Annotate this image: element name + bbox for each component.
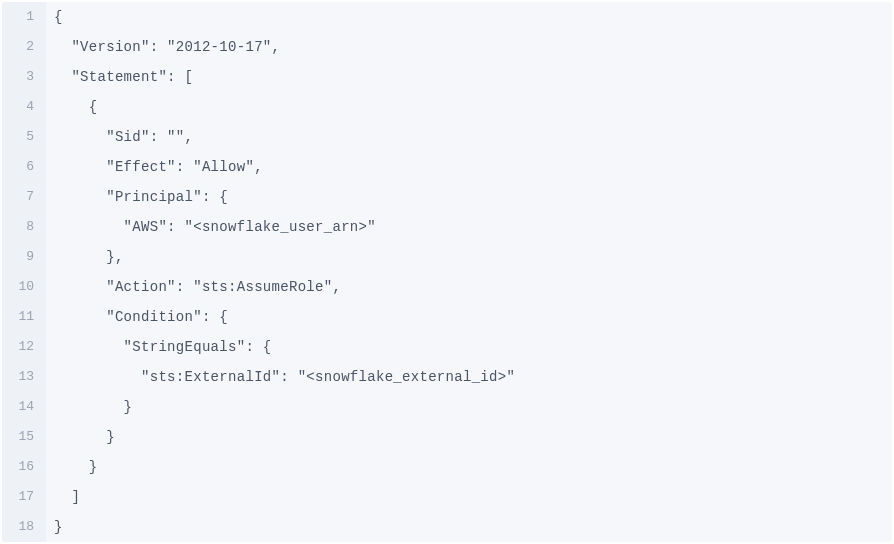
code-line: 4 { (2, 92, 892, 122)
code-block: 1 { 2 "Version": "2012-10-17", 3 "Statem… (2, 2, 892, 542)
line-number: 5 (2, 122, 46, 152)
code-line: 6 "Effect": "Allow", (2, 152, 892, 182)
code-line: 10 "Action": "sts:AssumeRole", (2, 272, 892, 302)
code-line: 12 "StringEquals": { (2, 332, 892, 362)
line-number: 2 (2, 32, 46, 62)
line-content: ] (46, 482, 80, 512)
line-content: } (46, 392, 132, 422)
code-line: 1 { (2, 2, 892, 32)
line-content: { (46, 2, 63, 32)
line-content: { (46, 92, 98, 122)
line-number: 12 (2, 332, 46, 362)
line-content: "Effect": "Allow", (46, 152, 263, 182)
line-content: "Sid": "", (46, 122, 193, 152)
line-number: 18 (2, 512, 46, 542)
code-line: 7 "Principal": { (2, 182, 892, 212)
line-content: } (46, 422, 115, 452)
line-number: 8 (2, 212, 46, 242)
line-number: 3 (2, 62, 46, 92)
line-number: 17 (2, 482, 46, 512)
line-number: 9 (2, 242, 46, 272)
line-content: "sts:ExternalId": "<snowflake_external_i… (46, 362, 515, 392)
line-content: } (46, 452, 98, 482)
line-number: 6 (2, 152, 46, 182)
line-number: 4 (2, 92, 46, 122)
code-line: 11 "Condition": { (2, 302, 892, 332)
line-number: 14 (2, 392, 46, 422)
code-line: 3 "Statement": [ (2, 62, 892, 92)
line-content: "Condition": { (46, 302, 228, 332)
code-line: 18 } (2, 512, 892, 542)
code-line: 14 } (2, 392, 892, 422)
code-line: 17 ] (2, 482, 892, 512)
code-line: 16 } (2, 452, 892, 482)
code-line: 5 "Sid": "", (2, 122, 892, 152)
line-content: "StringEquals": { (46, 332, 272, 362)
line-content: } (46, 512, 63, 542)
code-line: 8 "AWS": "<snowflake_user_arn>" (2, 212, 892, 242)
line-content: "Version": "2012-10-17", (46, 32, 280, 62)
line-content: "AWS": "<snowflake_user_arn>" (46, 212, 376, 242)
line-number: 1 (2, 2, 46, 32)
line-content: "Principal": { (46, 182, 228, 212)
line-number: 7 (2, 182, 46, 212)
line-content: "Statement": [ (46, 62, 193, 92)
code-line: 2 "Version": "2012-10-17", (2, 32, 892, 62)
line-number: 11 (2, 302, 46, 332)
line-number: 15 (2, 422, 46, 452)
line-number: 16 (2, 452, 46, 482)
line-content: "Action": "sts:AssumeRole", (46, 272, 341, 302)
code-line: 15 } (2, 422, 892, 452)
line-content: }, (46, 242, 124, 272)
code-line: 13 "sts:ExternalId": "<snowflake_externa… (2, 362, 892, 392)
line-number: 10 (2, 272, 46, 302)
line-number: 13 (2, 362, 46, 392)
code-line: 9 }, (2, 242, 892, 272)
